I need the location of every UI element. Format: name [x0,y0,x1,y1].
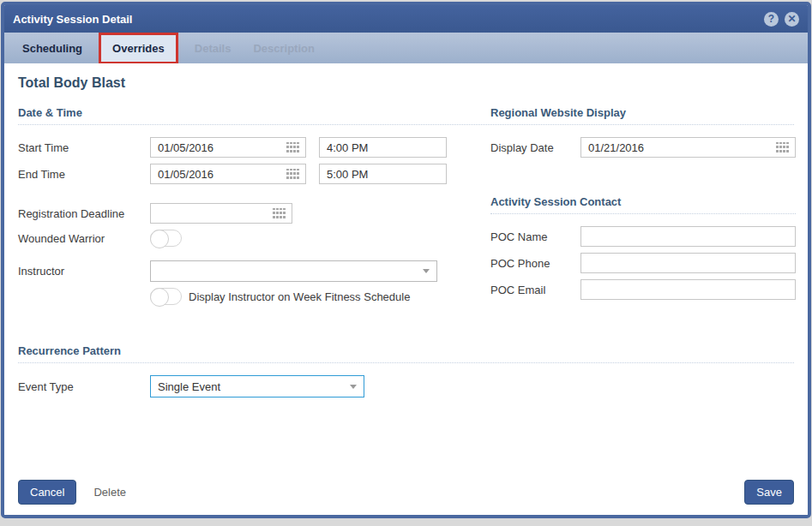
registration-deadline-field [150,203,292,224]
display-instructor-toggle[interactable] [150,288,182,305]
wounded-warrior-label: Wounded Warrior [18,232,150,245]
dialog-footer: Cancel Delete Save [18,471,794,505]
section-header-row-recurrence: Recurrence Pattern [18,344,794,363]
wounded-warrior-row: Wounded Warrior [18,230,490,247]
left-column: Start Time [18,137,490,339]
tab-scheduling[interactable]: Scheduling [11,35,93,62]
poc-phone-row: POC Phone [490,253,796,273]
start-date-calendar-icon[interactable] [285,142,305,153]
event-type-row: Event Type Single Event [18,375,794,397]
end-date-calendar-icon[interactable] [285,169,305,180]
end-date-field [150,164,306,184]
page-title: Total Body Blast [18,75,794,91]
display-instructor-row: Display Instructor on Week Fitness Sched… [150,288,490,305]
annotation-highlight-box: Overrides [99,33,178,64]
form-columns: Start Time [18,137,794,339]
display-date-row: Display Date [490,137,796,158]
start-time-input[interactable] [319,137,447,158]
activity-session-detail-dialog: Activity Session Detail ? ✕ Scheduling O… [1,2,811,518]
display-date-field [580,137,796,158]
instructor-row: Instructor [18,260,490,282]
registration-deadline-input[interactable] [151,204,271,223]
display-date-calendar-icon[interactable] [774,142,795,153]
section-header-row: Date & Time Regional Website Display [18,106,794,125]
tab-bar: Scheduling Overrides Details Description [4,33,808,63]
poc-phone-input[interactable] [580,253,796,273]
poc-name-input[interactable] [580,226,796,247]
tab-overrides[interactable]: Overrides [101,35,176,62]
poc-phone-label: POC Phone [490,257,580,270]
registration-deadline-row: Registration Deadline [18,203,490,224]
chevron-down-icon [350,385,357,389]
tab-description[interactable]: Description [242,35,326,62]
poc-name-row: POC Name [490,226,796,247]
poc-name-label: POC Name [490,230,580,243]
poc-email-label: POC Email [490,284,580,296]
poc-email-row: POC Email [490,279,796,300]
save-button[interactable]: Save [744,480,794,505]
start-date-field [150,137,306,158]
start-time-label: Start Time [18,141,150,154]
end-time-row: End Time [18,164,490,184]
start-time-row: Start Time [18,137,490,158]
end-time-input[interactable] [319,164,447,184]
section-title-regional-website-display: Regional Website Display [490,106,626,119]
event-type-label: Event Type [18,380,150,393]
instructor-dropdown[interactable] [150,260,437,282]
close-icon[interactable]: ✕ [785,12,799,27]
section-title-recurrence-pattern: Recurrence Pattern [18,344,121,357]
display-instructor-toggle-label: Display Instructor on Week Fitness Sched… [189,290,410,303]
cancel-button[interactable]: Cancel [18,480,76,505]
event-type-dropdown-value: Single Event [158,380,350,393]
dialog-titlebar: Activity Session Detail ? ✕ [4,5,808,33]
registration-deadline-calendar-icon[interactable] [271,208,292,219]
section-title-date-time: Date & Time [18,106,490,119]
instructor-label: Instructor [18,265,150,278]
end-date-input[interactable] [151,164,285,183]
right-column: Display Date [490,137,796,339]
help-icon[interactable]: ? [764,12,779,27]
dialog-content: Total Body Blast Date & Time Regional We… [4,63,808,515]
dialog-title: Activity Session Detail [13,13,132,26]
event-type-dropdown[interactable]: Single Event [150,375,364,397]
registration-deadline-label: Registration Deadline [18,207,150,220]
chevron-down-icon [423,269,430,273]
wounded-warrior-toggle[interactable] [150,230,182,247]
poc-email-input[interactable] [580,279,796,300]
tab-details[interactable]: Details [183,35,243,62]
section-title-activity-session-contact: Activity Session Contact [490,195,796,214]
delete-button[interactable]: Delete [93,486,126,499]
display-date-input[interactable] [581,138,774,157]
end-time-label: End Time [18,168,150,181]
start-date-input[interactable] [151,138,285,157]
display-date-label: Display Date [490,141,580,154]
